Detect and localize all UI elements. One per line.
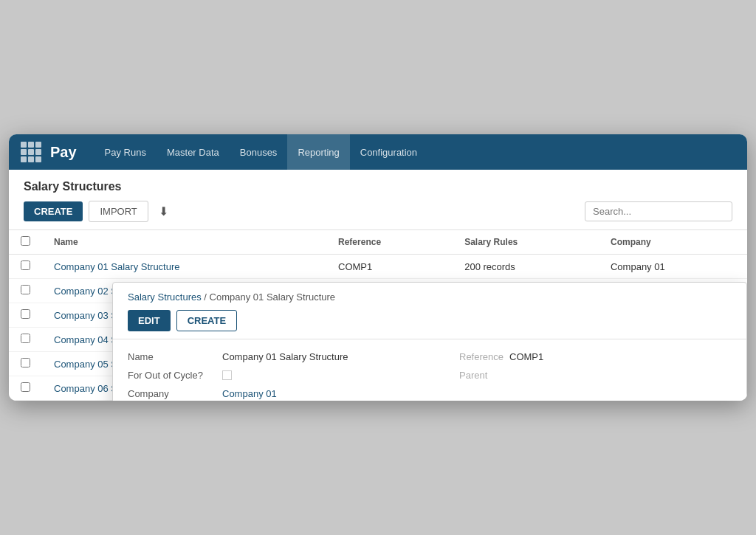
row-checkbox[interactable] <box>21 382 30 392</box>
form-right-inner: Reference COMP1 Parent <box>430 351 732 381</box>
field-out-of-cycle: For Out of Cycle? <box>128 370 430 381</box>
row-salary-rules: 200 records <box>453 255 599 279</box>
row-checkbox[interactable] <box>21 285 30 294</box>
brand-logo[interactable]: Pay <box>50 144 77 161</box>
overlay-toolbar: EDIT CREATE <box>128 310 732 339</box>
form-left: Name Company 01 Salary Structure For Out… <box>128 351 430 399</box>
field-parent: Parent <box>459 370 732 381</box>
overlay-content: Name Company 01 Salary Structure For Out… <box>113 339 746 401</box>
name-label: Name <box>128 351 216 362</box>
menu-item-bonuses[interactable]: Bonuses <box>230 134 288 170</box>
grid-icon[interactable] <box>21 142 41 162</box>
main-menu: Pay Runs Master Data Bonuses Reporting C… <box>94 134 427 170</box>
field-name: Name Company 01 Salary Structure <box>128 351 430 362</box>
row-company: Company 01 <box>599 255 747 279</box>
out-of-cycle-label: For Out of Cycle? <box>128 370 216 381</box>
col-header-reference: Reference <box>326 230 453 255</box>
search-input[interactable] <box>585 201 732 221</box>
menu-item-reporting[interactable]: Reporting <box>287 134 349 170</box>
overlay-create-button[interactable]: CREATE <box>176 310 237 331</box>
download-button[interactable]: ⬇ <box>154 201 173 221</box>
col-header-company: Company <box>599 230 747 255</box>
list-toolbar: CREATE IMPORT ⬇ <box>24 201 732 229</box>
breadcrumb: Salary Structures / Company 01 Salary St… <box>128 291 732 303</box>
row-name: Company 01 Salary Structure <box>42 255 326 279</box>
out-of-cycle-checkbox[interactable] <box>222 370 232 380</box>
form-right: Reference COMP1 Parent <box>430 351 732 399</box>
company-value[interactable]: Company 01 <box>222 388 277 399</box>
detail-panel: Salary Structures / Company 01 Salary St… <box>112 282 747 401</box>
col-header-name: Name <box>42 230 326 255</box>
row-checkbox[interactable] <box>21 358 30 367</box>
company-label: Company <box>128 388 216 399</box>
col-header-salary-rules: Salary Rules <box>453 230 599 255</box>
row-checkbox[interactable] <box>21 309 30 319</box>
record-form: Name Company 01 Salary Structure For Out… <box>113 339 746 401</box>
menu-item-pay-runs[interactable]: Pay Runs <box>94 134 157 170</box>
breadcrumb-link[interactable]: Salary Structures <box>128 291 202 303</box>
page-title: Salary Structures <box>24 180 732 193</box>
breadcrumb-separator: / <box>204 291 207 303</box>
row-reference: COMP1 <box>326 255 453 279</box>
menu-item-master-data[interactable]: Master Data <box>157 134 230 170</box>
reference-value: COMP1 <box>509 351 543 362</box>
select-all-checkbox[interactable] <box>21 236 30 246</box>
app-window: Pay Pay Runs Master Data Bonuses Reporti… <box>9 134 747 401</box>
row-checkbox[interactable] <box>21 260 30 270</box>
field-reference: Reference COMP1 <box>459 351 732 362</box>
name-value: Company 01 Salary Structure <box>222 351 348 362</box>
menu-item-configuration[interactable]: Configuration <box>350 134 427 170</box>
page-header: Salary Structures CREATE IMPORT ⬇ <box>9 170 747 230</box>
import-button[interactable]: IMPORT <box>89 201 148 222</box>
table-row[interactable]: Company 01 Salary Structure COMP1 200 re… <box>9 255 747 279</box>
parent-label: Parent <box>459 370 504 381</box>
navbar: Pay Pay Runs Master Data Bonuses Reporti… <box>9 134 747 170</box>
overlay-header: Salary Structures / Company 01 Salary St… <box>113 283 746 339</box>
breadcrumb-current: Company 01 Salary Structure <box>210 291 336 303</box>
field-company: Company Company 01 <box>128 388 430 399</box>
row-checkbox[interactable] <box>21 334 30 343</box>
edit-button[interactable]: EDIT <box>128 310 171 331</box>
reference-label: Reference <box>459 351 504 362</box>
create-button[interactable]: CREATE <box>24 201 83 221</box>
